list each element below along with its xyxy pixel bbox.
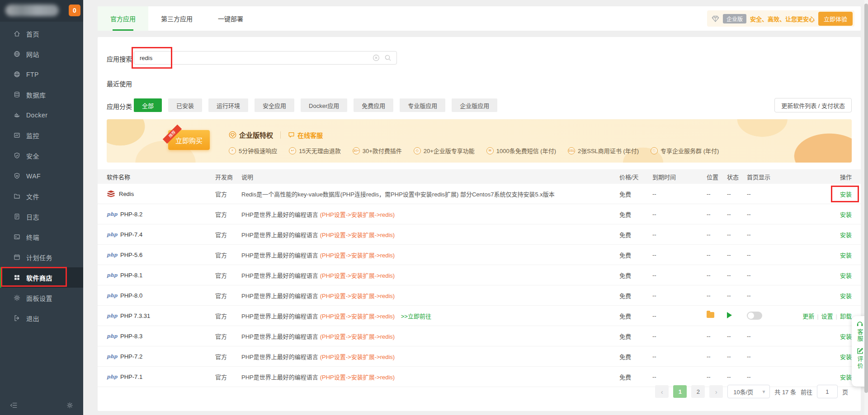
terminal-icon: [14, 233, 21, 241]
tab-official-apps[interactable]: 官方应用: [98, 6, 148, 31]
gem-badge-icon: [229, 131, 236, 139]
install-redis-link[interactable]: 安装: [840, 191, 852, 198]
php-icon: php: [107, 232, 117, 238]
update-software-list-button[interactable]: 更新软件列表 / 支付状态: [774, 98, 852, 112]
install-link[interactable]: 安装: [840, 374, 852, 381]
notification-badge[interactable]: 0: [69, 5, 80, 16]
prev-page-button[interactable]: ‹: [655, 385, 669, 398]
online-service-link[interactable]: 在线客服: [288, 131, 323, 140]
page-size-select[interactable]: 10条/页 ▼: [727, 385, 770, 398]
gear-icon: [14, 294, 21, 302]
sms-icon: ✉: [486, 147, 494, 154]
logout-icon: [14, 315, 21, 322]
sidebar: 0 首页 网站 FTP 数据库 Docker: [0, 0, 83, 415]
monitor-icon: [14, 132, 21, 139]
sidebar-item-docker[interactable]: Docker: [0, 105, 83, 125]
try-now-button[interactable]: 立即体验: [818, 12, 853, 26]
sidebar-item-monitor[interactable]: 监控: [0, 125, 83, 145]
update-link[interactable]: 更新: [802, 313, 814, 320]
clock-icon: ⚡: [229, 147, 236, 154]
go-now-link[interactable]: >>立即前往: [401, 313, 431, 320]
clear-search-icon[interactable]: [373, 54, 380, 61]
feature-item: ♡专享企业服务群 (年付): [651, 146, 719, 155]
page-unit-label: 页: [842, 387, 848, 396]
install-link[interactable]: 安装: [840, 333, 852, 340]
sidebar-item-database[interactable]: 数据库: [0, 84, 83, 105]
service-running-icon[interactable]: [727, 312, 732, 318]
scrollbar-thumb[interactable]: [864, 4, 868, 393]
sidebar-item-security[interactable]: 安全: [0, 145, 83, 166]
tab-one-click-deploy[interactable]: 一键部署: [205, 6, 256, 31]
sidebar-item-logout[interactable]: 退出: [0, 308, 83, 328]
homepage-display-toggle[interactable]: [747, 312, 762, 320]
calendar-icon: [14, 254, 21, 261]
shield-check-icon: [14, 152, 21, 159]
install-link[interactable]: 安装: [840, 293, 852, 299]
next-page-button[interactable]: ›: [709, 385, 723, 398]
collapse-sidebar-icon[interactable]: [10, 402, 18, 409]
settings-gear-icon[interactable]: [66, 402, 73, 409]
goto-label: 前往: [801, 387, 812, 396]
category-label: 应用分类: [107, 102, 132, 111]
category-security-apps[interactable]: 安全应用: [255, 98, 294, 112]
php-icon: php: [107, 211, 117, 217]
category-free-apps[interactable]: 免费应用: [354, 98, 393, 112]
install-link[interactable]: 安装: [840, 232, 852, 238]
php-icon: php: [107, 293, 117, 298]
buy-now-button[interactable]: 立即购买 推荐: [168, 130, 210, 150]
search-label: 应用搜索: [107, 54, 132, 63]
category-all[interactable]: 全部: [134, 98, 162, 112]
search-input[interactable]: [134, 51, 397, 65]
settings-link[interactable]: 设置: [821, 313, 833, 320]
feature-item: ✉1000条免费短信 (年付): [486, 146, 556, 155]
panel-logo: [5, 5, 59, 16]
tab-third-party-apps[interactable]: 第三方应用: [148, 6, 205, 31]
install-link[interactable]: 安装: [840, 252, 852, 259]
category-enterprise-apps[interactable]: 企业版应用: [452, 98, 497, 112]
enterprise-privilege-title: 企业版特权: [229, 130, 273, 140]
sidebar-item-files[interactable]: 文件: [0, 186, 83, 206]
feature-item: 30+30+款付费插件: [353, 146, 402, 155]
page-2-button[interactable]: 2: [691, 385, 705, 398]
page-1-button[interactable]: 1: [673, 385, 687, 398]
feedback-button[interactable]: 评价: [856, 348, 864, 369]
category-pro-apps[interactable]: 专业版应用: [400, 98, 445, 112]
sidebar-item-software-store[interactable]: 软件商店: [0, 267, 83, 288]
sidebar-item-panel-settings[interactable]: 面板设置: [0, 288, 83, 308]
php-icon: php: [107, 374, 117, 380]
table-row-php80: phpPHP-8.0 官方 PHP是世界上最好的编程语言(PHP设置->安装扩展…: [98, 285, 861, 306]
category-docker-apps[interactable]: Docker应用: [301, 98, 347, 112]
logo-area: 0: [0, 0, 83, 22]
sidebar-item-terminal[interactable]: 终端: [0, 227, 83, 247]
recent-used-label: 最近使用: [107, 79, 132, 88]
install-link[interactable]: 安装: [840, 354, 852, 360]
php-icon: php: [107, 354, 117, 359]
banner-features-row: ⚡5分钟极速响应 ↩15天无理由退款 30+30+款付费插件 ◇20+企业版专享…: [229, 146, 719, 155]
sidebar-item-cron[interactable]: 计划任务: [0, 247, 83, 267]
software-store-page: 0 首页 网站 FTP 数据库 Docker: [0, 0, 868, 415]
vertical-scrollbar[interactable]: [864, 0, 868, 415]
sidebar-item-logs[interactable]: 日志: [0, 206, 83, 227]
category-filter-group: 全部 已安装 运行环境 安全应用 Docker应用 免费应用 专业版应用 企业版…: [134, 98, 504, 112]
customer-service-button[interactable]: 客服: [856, 321, 864, 342]
install-link[interactable]: 安装: [840, 272, 852, 279]
goto-page-input[interactable]: [817, 385, 838, 398]
feature-item: ⚡5分钟极速响应: [229, 146, 277, 155]
table-header: 软件名称 开发商 说明 价格/天 到期时间 位置 状态 首页显示 操作: [98, 169, 861, 184]
sidebar-item-home[interactable]: 首页: [0, 23, 83, 44]
install-link[interactable]: 安装: [840, 211, 852, 218]
open-folder-icon[interactable]: [707, 312, 714, 318]
table-row-php81: phpPHP-8.1 官方 PHP是世界上最好的编程语言(PHP设置->安装扩展…: [98, 265, 861, 285]
category-installed[interactable]: 已安装: [168, 98, 202, 112]
php-icon: php: [107, 252, 117, 258]
gem-icon: ◇: [414, 147, 421, 154]
sidebar-item-waf[interactable]: WAF: [0, 166, 83, 186]
search-icon[interactable]: [384, 54, 392, 61]
divider: [280, 131, 281, 139]
category-runtime[interactable]: 运行环境: [208, 98, 248, 112]
refund-icon: ↩: [289, 147, 296, 154]
ftp-icon: [14, 71, 21, 78]
sidebar-item-ftp[interactable]: FTP: [0, 64, 83, 84]
uninstall-link[interactable]: 卸载: [840, 313, 852, 320]
sidebar-item-website[interactable]: 网站: [0, 44, 83, 64]
